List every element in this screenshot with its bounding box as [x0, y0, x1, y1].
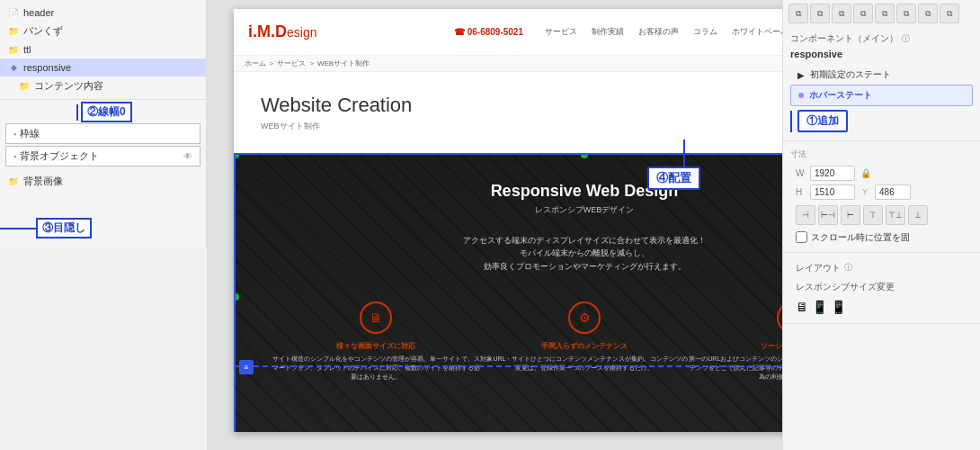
gear-icon: ⚙ — [568, 302, 601, 334]
height-label: H — [796, 187, 806, 197]
align-top-icon[interactable]: ⊤ — [863, 205, 883, 225]
resp-content: Responsive Web Design レスポンシブWEBデザイン アクセス… — [236, 155, 782, 432]
copy-icon-btn-3[interactable]: ⧉ — [832, 4, 851, 23]
copy-icon-btn-6[interactable]: ⧉ — [896, 4, 916, 23]
mobile-device-icon: 📱 — [831, 300, 846, 314]
align-center-h-icon[interactable]: ⊢⊣ — [818, 205, 838, 225]
tree-item-header-label: header — [23, 7, 54, 18]
copy-icon-btn-4[interactable]: ⧉ — [853, 4, 873, 23]
site-header: i.M.Design ☎ 06-6809-5021 サービス 制作実績 お客様の… — [234, 9, 782, 56]
tree-item-responsive-label: responsive — [23, 62, 71, 73]
copy-icon-btn-1[interactable]: ⧉ — [788, 4, 808, 23]
eye-icon: 👁 — [183, 151, 192, 161]
device-icons: 🖥 📱 📱 — [796, 300, 967, 314]
nav-voice: お客様の声 — [638, 26, 679, 38]
tree-item-ttl-label: ttl — [23, 44, 31, 55]
prop-row-bg-object[interactable]: ▪ 背景オブジェクト 👁 — [5, 146, 200, 166]
breadcrumb-text: ホーム ＞ サービス ＞ WEBサイト制作 — [245, 58, 370, 68]
feature-3-title: ソーシャルと仲良し — [689, 341, 782, 351]
feature-1: 🖥 様々な画面サイズに対応 サイト構造のシンプル化をやコンテンツの管理が容易。単… — [272, 300, 480, 381]
tree-item-pankuzu-label: パンくず — [23, 24, 63, 38]
feature-2-title: 手間入らずのメンテナンス — [480, 341, 689, 351]
folder-icon-2: 📁 — [7, 43, 20, 56]
site-phone: ☎ 06-6809-5021 — [454, 27, 523, 37]
nav-column: コラム — [693, 26, 717, 38]
diamond-icon: ◆ — [7, 61, 20, 74]
feature-3-icon: 📱 — [775, 300, 782, 336]
copy-icon-btn-5[interactable]: ⧉ — [875, 4, 895, 23]
tree-item-pankuzu[interactable]: 📁 パンくず — [0, 22, 206, 40]
nav-services: サービス — [545, 26, 577, 38]
height-input[interactable] — [810, 184, 855, 200]
prop-bg-object-label: 背景オブジェクト — [20, 149, 180, 163]
width-input[interactable] — [810, 166, 855, 181]
feature-1-icon: 🖥 — [358, 300, 394, 336]
scroll-checkbox-label: スクロール時に位置を固 — [811, 231, 910, 244]
copy-icon-btn-8[interactable]: ⧉ — [940, 4, 959, 23]
nav-works: 制作実績 — [592, 26, 624, 38]
resp-subtitle: レスポンシブWEBデザイン — [272, 204, 782, 216]
component-section: コンポーネント（メイン） ⓘ responsive ▶ 初期設定のステート ホバ… — [783, 27, 980, 141]
copy-icon-btn-7[interactable]: ⧉ — [918, 4, 938, 23]
site-nav: ☎ 06-6809-5021 サービス 制作実績 お客様の声 コラム ホワイトペ… — [454, 22, 782, 41]
annotation-linewidth-label: ②線幅0 — [81, 102, 132, 122]
annotation-linewidth: ②線幅0 — [76, 102, 132, 122]
canvas-area: i.M.Design ☎ 06-6809-5021 サービス 制作実績 お客様の… — [207, 0, 782, 450]
right-toolbar: ⧉ ⧉ ⧉ ⧉ ⧉ ⧉ ⧉ ⧉ — [783, 0, 980, 27]
responsive-size-icon-area: 🖥 📱 📱 — [790, 296, 973, 318]
feature-2-icon: ⚙ — [566, 300, 602, 336]
layout-section-title: レイアウト ⓘ — [790, 258, 973, 278]
layout-label: レイアウト — [796, 262, 841, 274]
y-input[interactable] — [875, 184, 911, 200]
dimensions-section: 寸法 W 🔒 H Y ⊣ ⊢⊣ ⊢ ⊤ ⊤⊥ ⊥ スクロール時に位置を固 — [783, 141, 980, 253]
copy-icon-btn-2[interactable]: ⧉ — [810, 4, 830, 23]
tree-item-responsive[interactable]: ◆ responsive — [0, 58, 206, 76]
width-label: W — [796, 168, 806, 178]
folder-icon-bg: 📁 — [7, 176, 20, 188]
add-annotation-area: ①追加 — [790, 110, 973, 135]
resp-background: Responsive Web Design レスポンシブWEBデザイン アクセス… — [236, 155, 782, 432]
dim-section-label: 寸法 — [790, 147, 973, 164]
y-label: Y — [862, 187, 868, 196]
feature-3: 📱 ソーシャルと仲良し 第一のURLおよびコンテンツのシェアをするが容易。SNS… — [689, 300, 782, 381]
prop-row-border[interactable]: ▪ 枠線 — [5, 123, 200, 144]
component-section-label: コンポーネント（メイン） — [790, 32, 898, 45]
right-panel: ⧉ ⧉ ⧉ ⧉ ⧉ ⧉ ⧉ ⧉ コンポーネント（メイン） ⓘ responsiv… — [782, 0, 980, 450]
annotation-hidden-area: ③目隠し — [0, 191, 206, 248]
hover-state-dot — [798, 93, 804, 98]
tree-item-header[interactable]: 📄 header — [0, 4, 206, 22]
align-row: ⊣ ⊢⊣ ⊢ ⊤ ⊤⊥ ⊥ — [790, 202, 973, 229]
align-center-v-icon[interactable]: ⊤⊥ — [886, 205, 905, 225]
responsive-size-label: レスポンシブサイズ変更 — [790, 278, 973, 296]
tree-item-ttl[interactable]: 📁 ttl — [0, 40, 206, 58]
component-section-header: コンポーネント（メイン） ⓘ — [790, 32, 973, 45]
properties-section: ▪ 枠線 ▪ 背景オブジェクト 👁 — [0, 118, 206, 172]
layout-section: レイアウト ⓘ レスポンシブサイズ変更 🖥 📱 📱 — [783, 253, 980, 324]
initial-state-item[interactable]: ▶ 初期設定のステート — [790, 65, 973, 85]
align-right-icon[interactable]: ⊢ — [841, 205, 860, 225]
initial-state-label: 初期設定のステート — [810, 68, 891, 81]
site-breadcrumb: ホーム ＞ サービス ＞ WEBサイト制作 — [234, 56, 782, 72]
site-hero: Website Creation WEBサイト制作 ! — [234, 72, 782, 153]
component-name: responsive — [790, 49, 973, 59]
prop-border-label: 枠線 — [20, 127, 192, 140]
scroll-checkbox-row: スクロール時に位置を固 — [790, 229, 973, 247]
blue-icon-btn[interactable]: ≡ — [239, 360, 254, 374]
scroll-checkbox[interactable] — [796, 231, 807, 243]
align-bottom-icon[interactable]: ⊥ — [908, 205, 928, 225]
site-logo-text: i.M.Design — [248, 22, 317, 40]
desktop-device-icon: 🖥 — [796, 300, 808, 314]
monitor-icon: 🖥 — [360, 302, 392, 334]
align-left-icon[interactable]: ⊣ — [796, 205, 815, 225]
hover-state-item[interactable]: ホバーステート — [790, 85, 973, 106]
tree-item-contents[interactable]: 📁 コンテンツ内容 — [0, 76, 206, 95]
hover-state-label: ホバーステート — [809, 89, 872, 102]
resp-features: 🖥 様々な画面サイズに対応 サイト構造のシンプル化をやコンテンツの管理が容易。単… — [272, 300, 782, 381]
website-preview: i.M.Design ☎ 06-6809-5021 サービス 制作実績 お客様の… — [234, 9, 782, 432]
annotation-add-label: ①追加 — [797, 110, 848, 132]
blue-dashed-line — [236, 365, 782, 367]
bg-image-label: 背景画像 — [23, 175, 63, 188]
width-row: W 🔒 — [790, 164, 973, 183]
annotation-hidden-label: ③目隠し — [36, 218, 92, 238]
layout-info-icon: ⓘ — [844, 262, 852, 274]
